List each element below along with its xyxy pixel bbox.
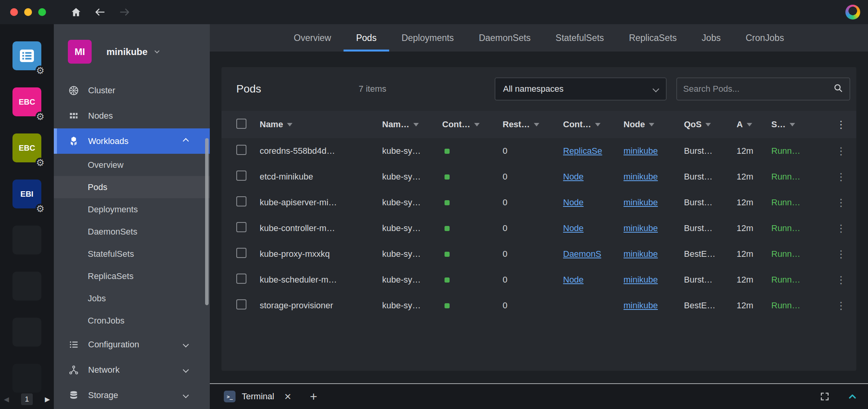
controlled-by-link[interactable]: Node (563, 275, 584, 285)
chevron-down-icon[interactable] (183, 392, 189, 398)
sidebar-item-configuration[interactable]: Configuration (54, 332, 210, 357)
gear-icon[interactable]: ⚙ (35, 204, 45, 214)
table-row[interactable]: coredns-558bd4d… kube-sy… 0 ReplicaSe mi… (221, 138, 856, 164)
chevron-down-icon[interactable] (183, 341, 189, 348)
cluster-switcher[interactable]: MI minikube (54, 24, 210, 64)
column-header[interactable]: Cont… (563, 119, 624, 130)
close-window-button[interactable] (10, 8, 18, 16)
node-link[interactable]: minikube (624, 249, 658, 259)
sidebar-item-network[interactable]: Network (54, 357, 210, 382)
gear-icon[interactable]: ⚙ (35, 112, 45, 122)
tab[interactable]: Deployments (389, 24, 466, 52)
row-menu-icon[interactable]: ⋮ (833, 222, 846, 234)
controlled-by-link[interactable]: Node (563, 172, 584, 181)
select-all-checkbox[interactable] (236, 119, 246, 129)
column-header[interactable]: Rest… (503, 119, 563, 130)
maximize-window-button[interactable] (38, 8, 46, 16)
cluster-rail-item[interactable]: EBI ⚙ (12, 180, 41, 208)
table-row[interactable]: kube-controller-m… kube-sy… 0 Node minik… (221, 215, 856, 241)
tab[interactable]: Pods (344, 24, 389, 52)
gear-icon[interactable]: ⚙ (35, 66, 45, 76)
column-header[interactable]: S… (771, 119, 833, 130)
sidebar-subitem[interactable]: DaemonSets (54, 221, 210, 243)
table-row[interactable]: kube-scheduler-m… kube-sy… 0 Node miniku… (221, 267, 856, 293)
sidebar-item-storage[interactable]: Storage (54, 382, 210, 408)
sidebar-item-cluster[interactable]: Cluster (54, 78, 210, 103)
sidebar-subitem[interactable]: Jobs (54, 287, 210, 309)
controlled-by-link[interactable]: DaemonS (563, 249, 601, 259)
column-header[interactable]: Nam… (382, 119, 442, 130)
catalog-button[interactable]: ⚙ (12, 41, 41, 70)
row-checkbox[interactable] (236, 299, 246, 309)
sidebar-item-workloads[interactable]: Workloads (54, 128, 210, 154)
close-icon[interactable]: × (284, 391, 291, 402)
sidebar-subitem[interactable]: CronJobs (54, 309, 210, 332)
row-checkbox[interactable] (236, 145, 246, 155)
row-checkbox[interactable] (236, 274, 246, 284)
pod-status: Runn… (771, 146, 833, 156)
minimize-window-button[interactable] (24, 8, 32, 16)
node-link[interactable]: minikube (624, 197, 658, 207)
terminal-tab-label[interactable]: Terminal (242, 391, 274, 402)
row-checkbox[interactable] (236, 248, 246, 258)
sidebar-subitem[interactable]: Overview (54, 154, 210, 176)
node-link[interactable]: minikube (624, 275, 658, 285)
columns-menu-icon[interactable]: ⋮ (833, 119, 846, 130)
sidebar-subitem[interactable]: StatefulSets (54, 243, 210, 265)
new-terminal-icon[interactable]: + (310, 390, 317, 403)
row-menu-icon[interactable]: ⋮ (833, 145, 846, 157)
tab[interactable]: DaemonSets (466, 24, 543, 52)
home-icon[interactable] (70, 7, 82, 18)
chevron-down-icon[interactable] (183, 367, 189, 373)
cluster-rail-item[interactable]: EBC ⚙ (12, 133, 41, 162)
sidebar-subitem[interactable]: Pods (54, 176, 210, 198)
table-row[interactable]: storage-provisioner kube-sy… 0 minikube … (221, 293, 856, 318)
row-menu-icon[interactable]: ⋮ (833, 197, 846, 208)
row-menu-icon[interactable]: ⋮ (833, 300, 846, 311)
column-header[interactable]: A (737, 119, 771, 130)
column-header[interactable]: Node (624, 119, 684, 130)
controlled-by-link[interactable]: ReplicaSe (563, 146, 602, 156)
node-link[interactable]: minikube (624, 223, 658, 233)
chevron-up-icon[interactable] (183, 138, 189, 144)
gear-icon[interactable]: ⚙ (35, 158, 45, 168)
table-row[interactable]: etcd-minikube kube-sy… 0 Node minikube B… (221, 164, 856, 190)
row-menu-icon[interactable]: ⋮ (833, 274, 846, 286)
tab[interactable]: Jobs (689, 24, 733, 52)
tab[interactable]: CronJobs (733, 24, 796, 52)
node-link[interactable]: minikube (624, 172, 658, 181)
sidebar-subitem-label: Deployments (88, 204, 138, 215)
sidebar-subitem[interactable]: Deployments (54, 198, 210, 221)
tab[interactable]: StatefulSets (543, 24, 616, 52)
table-row[interactable]: kube-proxy-mxxkq kube-sy… 0 DaemonS mini… (221, 241, 856, 267)
sidebar-scrollbar[interactable] (205, 138, 209, 305)
controlled-by-link[interactable]: Node (563, 197, 584, 207)
column-header[interactable]: Cont… (442, 119, 503, 130)
user-avatar[interactable] (845, 5, 860, 20)
sidebar-item-nodes[interactable]: Nodes (54, 103, 210, 128)
page-prev-icon[interactable]: ◀ (4, 395, 9, 404)
row-menu-icon[interactable]: ⋮ (833, 171, 846, 183)
column-header[interactable]: QoS (684, 119, 737, 130)
row-checkbox[interactable] (236, 222, 246, 232)
back-arrow-icon[interactable] (94, 7, 106, 17)
table-row[interactable]: kube-apiserver-mi… kube-sy… 0 Node minik… (221, 190, 856, 215)
search-icon[interactable] (833, 83, 843, 95)
sidebar-subitem[interactable]: ReplicaSets (54, 265, 210, 287)
forward-arrow-icon[interactable] (119, 7, 131, 17)
page-next-icon[interactable]: ▶ (45, 395, 50, 404)
controlled-by-link[interactable]: Node (563, 223, 584, 233)
namespace-filter-select[interactable]: All namespaces (495, 78, 666, 100)
row-menu-icon[interactable]: ⋮ (833, 248, 846, 260)
node-link[interactable]: minikube (624, 301, 658, 310)
tab[interactable]: ReplicaSets (616, 24, 689, 52)
search-input[interactable] (683, 84, 833, 94)
cluster-rail-item[interactable]: EBC ⚙ (12, 87, 41, 116)
column-header[interactable]: Name (260, 119, 382, 130)
row-checkbox[interactable] (236, 171, 246, 181)
tab[interactable]: Overview (281, 24, 344, 52)
row-checkbox[interactable] (236, 196, 246, 206)
node-link[interactable]: minikube (624, 146, 658, 156)
fullscreen-icon[interactable] (820, 391, 830, 402)
chevron-up-icon[interactable] (847, 391, 858, 402)
